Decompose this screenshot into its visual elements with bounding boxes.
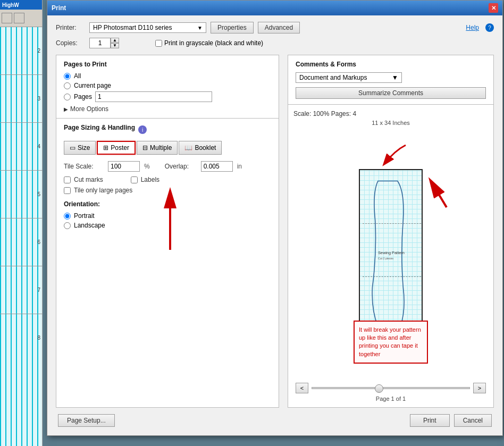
info-icon[interactable]: i: [138, 125, 147, 134]
nav-prev-button[interactable]: <: [296, 383, 308, 393]
copies-down[interactable]: ▼: [111, 43, 119, 48]
print-button[interactable]: Print: [410, 414, 450, 427]
radio-current-row: Current page: [64, 82, 271, 89]
summarize-comments-button[interactable]: Summarize Comments: [296, 87, 486, 99]
more-options[interactable]: ▶ More Options: [64, 105, 271, 113]
bottom-bar: Page Setup... Print Cancel: [56, 408, 494, 429]
ruler-2: 2: [0, 27, 43, 74]
printer-label: Printer:: [56, 24, 85, 31]
cut-marks-checkbox[interactable]: [64, 176, 71, 183]
tile-scale-input[interactable]: [108, 161, 140, 172]
close-button[interactable]: ✕: [489, 3, 498, 13]
grayscale-checkbox[interactable]: [155, 40, 162, 47]
printer-value: HP Photosmart D110 series: [93, 24, 172, 31]
sizing-title: Page Sizing & Handling: [64, 124, 135, 131]
main-content: Pages to Print All Current page Pages: [56, 55, 494, 408]
toolbar-btn-2[interactable]: [14, 13, 24, 23]
more-options-label: More Options: [70, 105, 108, 113]
advanced-button[interactable]: Advanced: [258, 22, 300, 33]
radio-pages[interactable]: [64, 94, 71, 100]
pages-radio-group: All Current page Pages: [64, 72, 271, 102]
landscape-label: Landscape: [74, 222, 105, 229]
ruler-5: 5: [0, 170, 43, 218]
radio-pages-label: Pages: [74, 93, 92, 100]
scale-info: Scale: 100% Pages: 4: [293, 110, 488, 117]
comments-forms-title: Comments & Forms: [296, 61, 486, 68]
copies-up[interactable]: ▲: [111, 38, 119, 43]
pages-to-print-section: Pages to Print All Current page Pages: [56, 55, 279, 119]
radio-pages-row: Pages: [64, 91, 271, 102]
grayscale-label: Print in grayscale (black and white): [164, 39, 263, 47]
booklet-label: Booklet: [195, 144, 216, 152]
radio-landscape[interactable]: [64, 222, 71, 229]
booklet-button[interactable]: 📖 Booklet: [179, 141, 222, 155]
sidebar-toolbar: [0, 10, 42, 27]
size-button[interactable]: ▭ Size: [64, 141, 96, 155]
page-size-label: 11 x 34 Inches: [293, 120, 488, 126]
nav-slider[interactable]: [312, 387, 470, 389]
landscape-row: Landscape: [64, 222, 271, 229]
cancel-button[interactable]: Cancel: [454, 414, 492, 427]
nav-next-button[interactable]: >: [473, 383, 486, 393]
tile-only-row: Tile only large pages: [64, 187, 271, 194]
cut-marks-label: Cut marks: [74, 176, 103, 183]
svg-text:Cut 2 pieces: Cut 2 pieces: [378, 257, 394, 260]
tile-scale-row: Tile Scale: % Overlap: in: [64, 161, 271, 172]
pages-input[interactable]: [95, 91, 212, 102]
pattern-shape: Sewing Pattern Cut 2 pieces: [365, 175, 413, 332]
poster-icon: ⊞: [103, 144, 108, 152]
size-label: Size: [78, 144, 90, 152]
multiple-label: Multiple: [150, 144, 172, 152]
comments-dropdown[interactable]: Document and Markups ▼: [296, 72, 402, 83]
properties-button[interactable]: Properties: [211, 22, 254, 33]
ruler-6: 6: [0, 218, 43, 266]
labels-checkbox[interactable]: [131, 176, 138, 183]
cut-marks-row: Cut marks Labels: [64, 176, 271, 183]
copies-spin: ▲ ▼: [89, 38, 119, 48]
page-setup-button[interactable]: Page Setup...: [58, 414, 115, 427]
preview-wrapper: Sewing Pattern Cut 2 pieces It will brea…: [359, 169, 423, 339]
ruler-3: 3: [0, 74, 43, 122]
mode-buttons: ▭ Size ⊞ Poster ⊟ Multiple 📖: [64, 141, 271, 155]
multiple-button[interactable]: ⊟ Multiple: [137, 141, 178, 155]
tile-scale-label: Tile Scale:: [64, 163, 104, 170]
action-buttons: Print Cancel: [410, 414, 492, 427]
arrow-to-preview: [379, 140, 411, 172]
radio-all-row: All: [64, 72, 271, 80]
tile-only-label: Tile only large pages: [74, 187, 132, 194]
poster-button[interactable]: ⊞ Poster: [97, 141, 136, 155]
help-icon[interactable]: ?: [485, 23, 494, 32]
portrait-label: Portrait: [74, 212, 95, 220]
right-panel: Comments & Forms Document and Markups ▼ …: [288, 55, 494, 408]
preview-area: Scale: 100% Pages: 4 11 x 34 Inches: [288, 105, 494, 408]
help-link[interactable]: Help: [466, 24, 479, 31]
booklet-icon: 📖: [184, 144, 192, 152]
preview-page: Sewing Pattern Cut 2 pieces: [359, 169, 423, 339]
printer-dropdown-arrow: ▼: [197, 25, 203, 31]
dialog-title: Print: [52, 4, 66, 12]
sidebar-ruler: 2 3 4 5 6 7 8: [0, 27, 43, 361]
printer-row: Printer: HP Photosmart D110 series ▼ Pro…: [56, 22, 494, 33]
overlap-input[interactable]: [201, 161, 233, 172]
radio-current[interactable]: [64, 82, 71, 89]
tile-only-checkbox[interactable]: [64, 187, 71, 194]
radio-portrait[interactable]: [64, 213, 71, 220]
toolbar-btn-1[interactable]: [2, 13, 12, 23]
radio-all[interactable]: [64, 73, 71, 80]
dialog-titlebar: Print ✕: [47, 1, 502, 15]
copies-label: Copies:: [56, 39, 85, 47]
nav-slider-thumb: [375, 384, 383, 393]
tile-scale-unit: %: [144, 163, 150, 170]
sizing-header: Page Sizing & Handling i: [64, 124, 271, 136]
labels-label: Labels: [141, 176, 159, 183]
annotation-bubble: It will break your pattern up like this …: [354, 321, 428, 364]
annotation-text: It will break your pattern up like this …: [359, 326, 421, 357]
copies-row: Copies: ▲ ▼ Print in grayscale (black an…: [56, 38, 494, 48]
ruler-4: 4: [0, 122, 43, 170]
dialog-body: Printer: HP Photosmart D110 series ▼ Pro…: [47, 15, 502, 435]
copies-input[interactable]: [89, 38, 111, 48]
print-dialog: Print ✕ Printer: HP Photosmart D110 seri…: [47, 0, 503, 436]
printer-select[interactable]: HP Photosmart D110 series ▼: [89, 22, 206, 33]
portrait-row: Portrait: [64, 212, 271, 220]
sidebar: HighW 2 3 4 5 6 7 8: [0, 0, 43, 446]
